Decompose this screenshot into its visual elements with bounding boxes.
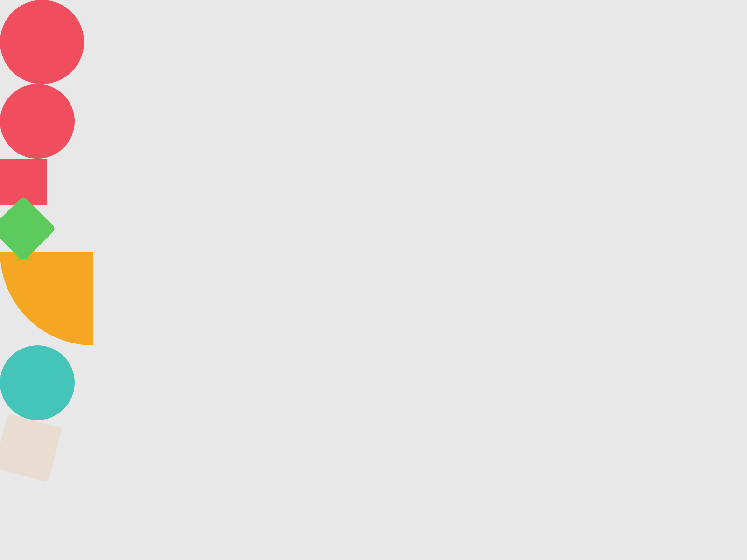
decorative-yellow-arc <box>0 252 93 345</box>
decorative-beige-shape <box>0 414 62 483</box>
decorative-red-circle-left <box>0 0 84 84</box>
decorative-teal-circle <box>0 345 75 420</box>
decorative-red-circle-bottom <box>0 84 75 159</box>
phones-container: 11:12 ··· ‹ Anywhere · Homes <box>0 476 747 560</box>
